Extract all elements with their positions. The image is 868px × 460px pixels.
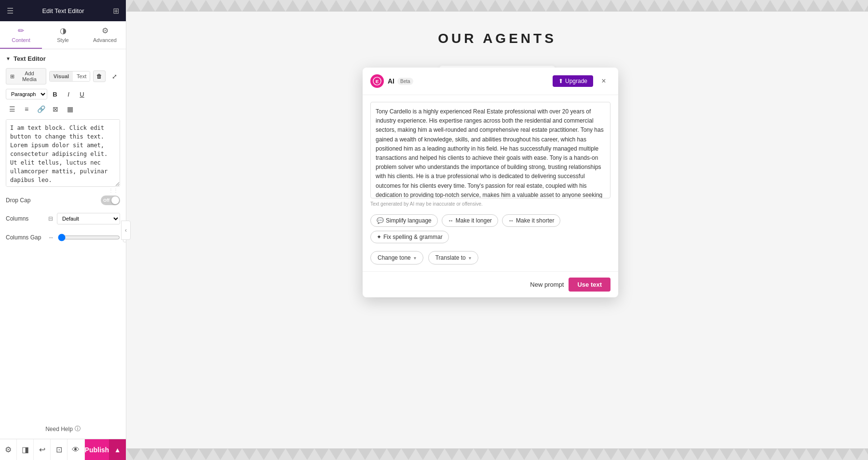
ai-panel-header: E AI Beta ⬆ Upgrade × [363,68,618,95]
help-icon: ⓘ [75,425,81,433]
use-text-button[interactable]: Use text [569,278,610,292]
history-icon-button[interactable]: ↩ [34,439,51,460]
section-title: Text Editor [14,55,46,62]
paragraph-select[interactable]: Paragraph [6,89,47,99]
make-longer-button[interactable]: ↔ Make it longer [442,214,498,227]
upgrade-icon: ⬆ [558,78,563,84]
spelling-icon: ✦ [377,234,381,240]
hamburger-icon[interactable]: ☰ [7,6,14,15]
ai-disclaimer: Text generated by AI may be inaccurate o… [370,201,610,207]
content-tab-icon: ✏ [18,26,24,35]
preview-icon-button[interactable]: 👁 [68,439,84,460]
ai-bottom-row: New prompt Use text [363,271,618,297]
layers-icon-button[interactable]: ◨ [17,439,34,460]
tab-advanced[interactable]: ⚙ Advanced [84,21,126,49]
change-tone-dropdown[interactable]: Change tone ▾ [370,251,423,265]
unordered-list-button[interactable]: ☰ [6,103,18,115]
fix-spelling-button[interactable]: ✦ Fix spelling & grammar [370,231,449,243]
simplify-language-button[interactable]: 💬 Simplify language [370,214,438,227]
publish-button[interactable]: Publish [85,439,109,460]
columns-gap-row: Columns Gap ↔ px ▾ [6,231,120,243]
columns-icon: ⊟ [48,215,53,222]
columns-row: Columns ⊟ Default [6,213,120,224]
ai-logo: E [370,74,384,88]
columns-label: Columns [6,215,44,222]
link-button[interactable]: 🔗 [35,103,47,115]
table-button[interactable]: ▦ [64,103,76,115]
trash-button[interactable]: 🗑 [93,70,106,82]
shorter-icon: ↔ [508,217,514,224]
ai-panel: E AI Beta ⬆ Upgrade × Tony Cardello is a… [363,68,618,297]
columns-gap-icon: ↔ [48,234,54,241]
ai-title: AI [388,77,394,85]
style-tab-icon: ◑ [60,26,67,35]
toolbar-row: ⊞ Add Media Visual Text 🗑 ⤢ [6,68,120,84]
underline-button[interactable]: U [76,88,88,100]
add-media-button[interactable]: ⊞ Add Media [6,68,46,84]
expand-icon-button[interactable]: ⤢ [108,70,120,82]
zigzag-bottom [126,448,868,460]
add-media-icon: ⊞ [10,73,14,80]
bottom-bar: ⚙ ◨ ↩ ⊡ 👁 Publish ▲ [0,439,126,460]
panel-title: Edit Text Editor [42,7,84,14]
tab-content[interactable]: ✏ Content [0,21,42,49]
section-chevron-icon: ▼ [6,56,11,61]
toggle-off-label: Off [103,198,109,203]
text-editor-area[interactable]: I am text block. Click edit button to ch… [6,119,120,187]
advanced-tab-icon: ⚙ [102,26,108,35]
make-shorter-button[interactable]: ↔ Make it shorter [502,214,560,227]
section-header: ▼ Text Editor [6,55,120,62]
responsive-icon-button[interactable]: ⊡ [51,439,68,460]
format-row: Paragraph B I U [6,88,120,100]
change-tone-arrow: ▾ [414,255,416,261]
ai-actions-row: 💬 Simplify language ↔ Make it longer ↔ M… [363,209,618,248]
drop-cap-toggle[interactable]: Off [101,195,120,205]
collapse-handle[interactable]: ‹ [121,221,131,240]
settings-icon-button[interactable]: ⚙ [0,439,17,460]
visual-view-button[interactable]: Visual [50,71,73,81]
top-bar: ☰ Edit Text Editor ⊞ [0,0,126,21]
upgrade-button[interactable]: ⬆ Upgrade [553,75,593,87]
resize-handle[interactable] [6,189,120,192]
need-help-row[interactable]: Need Help ⓘ [0,419,126,439]
grid-icon[interactable]: ⊞ [113,6,119,15]
ordered-list-button[interactable]: ≡ [20,103,33,115]
expand-button[interactable]: ▲ [109,439,126,460]
simplify-icon: 💬 [377,217,384,224]
list-format-row: ☰ ≡ 🔗 ⊠ ▦ [6,103,120,115]
help-label: Need Help [45,426,73,432]
strikethrough-button[interactable]: ⊠ [49,103,62,115]
view-toggle: Visual Text [49,71,90,82]
italic-button[interactable]: I [63,88,74,100]
new-prompt-button[interactable]: New prompt [530,281,564,288]
left-panel: ☰ Edit Text Editor ⊞ ✏ Content ◑ Style ⚙… [0,0,126,460]
panel-content: ▼ Text Editor ⊞ Add Media Visual Text 🗑 … [0,49,126,419]
ai-generated-text: Tony Cardello is a highly experienced Re… [370,102,610,198]
bold-button[interactable]: B [49,88,61,100]
main-canvas: OUR AGENTS 👤 Tony Cardello General Manag… [126,0,868,460]
translate-arrow: ▾ [469,255,471,261]
drop-cap-label: Drop Cap [6,197,30,204]
tab-bar: ✏ Content ◑ Style ⚙ Advanced [0,21,126,49]
tab-style[interactable]: ◑ Style [42,21,84,49]
range-container: px ▾ [58,231,126,243]
zigzag-top [126,0,868,12]
longer-icon: ↔ [448,217,454,224]
columns-select[interactable]: Default [57,213,120,224]
ai-close-button[interactable]: × [597,74,610,88]
toggle-knob [111,196,119,204]
columns-gap-label: Columns Gap [6,234,44,241]
drop-cap-row: Drop Cap Off [6,195,120,205]
svg-text:E: E [376,79,379,84]
translate-to-dropdown[interactable]: Translate to ▾ [428,251,478,265]
ai-beta-badge: Beta [397,78,413,85]
page-title: OUR AGENTS [438,31,556,46]
ai-dropdown-row: Change tone ▾ Translate to ▾ [363,248,618,271]
columns-gap-slider[interactable] [58,234,120,241]
text-view-button[interactable]: Text [73,71,90,81]
